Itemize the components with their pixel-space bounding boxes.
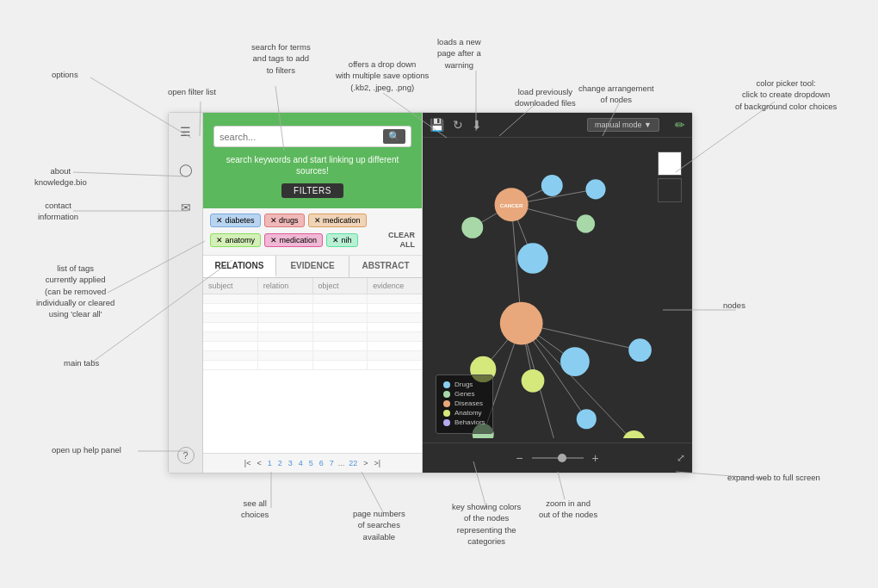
svg-line-29 <box>362 472 383 512</box>
ann-main-tabs: main tabs <box>64 357 99 368</box>
tag-drugs[interactable]: ✕ drugs <box>264 214 305 227</box>
tag-diabetes[interactable]: ✕ diabetes <box>210 214 261 227</box>
table-row <box>203 313 422 323</box>
node-12[interactable] <box>622 430 646 438</box>
pagination: |< < 1 2 3 4 5 6 7 ... 22 > >| <box>203 453 422 473</box>
ann-color-picker: color picker tool:click to create dropdo… <box>735 77 837 112</box>
node-4[interactable] <box>517 243 548 274</box>
table-row <box>203 342 422 351</box>
tag-anatomy[interactable]: ✕ anatomy <box>210 233 261 247</box>
table-row <box>203 323 422 332</box>
table-row <box>203 351 422 361</box>
legend-item-behaviors: Behaviors <box>443 418 485 426</box>
save-icon[interactable]: 💾 <box>430 118 444 132</box>
tab-relations[interactable]: RELATIONS <box>203 256 276 277</box>
page-first[interactable]: |< <box>243 458 253 468</box>
col-object: object <box>313 278 368 294</box>
ann-search-for: search for termsand tags to addto filter… <box>251 41 311 76</box>
node-11[interactable] <box>577 409 597 429</box>
zoom-handle[interactable] <box>558 454 566 462</box>
col-evidence: evidence <box>368 278 422 294</box>
search-input[interactable] <box>220 132 383 142</box>
page-6[interactable]: 6 <box>318 458 325 468</box>
table-row <box>203 361 422 370</box>
app-container: ☰ ◯ ✉ ? 🔍 search keywords and start link… <box>168 112 693 473</box>
right-panel: 💾 ↻ ⬇ manual mode ▼ ✏ <box>423 113 692 473</box>
ann-contact: contactinformation <box>38 200 78 223</box>
ann-help-panel: open up help panel <box>52 444 121 455</box>
page-ellipsis: ... <box>338 459 345 467</box>
graph-toolbar: 💾 ↻ ⬇ manual mode ▼ ✏ <box>423 113 692 138</box>
node-5[interactable] <box>461 217 483 238</box>
table-row <box>203 304 422 313</box>
search-hint: search keywords and start linking up dif… <box>213 154 411 176</box>
tag-medication1[interactable]: ✕ medication <box>308 214 367 227</box>
page-22[interactable]: 22 <box>347 458 359 468</box>
tab-abstract[interactable]: ABSTRACT <box>349 256 422 277</box>
col-subject: subject <box>203 278 258 294</box>
page-3[interactable]: 3 <box>287 458 294 468</box>
node-8[interactable] <box>522 369 545 393</box>
node-2[interactable] <box>585 179 605 199</box>
sidebar: ☰ ◯ ✉ ? <box>169 113 203 473</box>
search-button[interactable]: 🔍 <box>383 129 405 144</box>
zoom-slider[interactable] <box>532 457 584 459</box>
node-3[interactable] <box>577 214 595 232</box>
download-icon[interactable]: ⬇ <box>472 118 482 132</box>
ann-see-all: see allchoices <box>241 498 269 521</box>
tag-medication2[interactable]: ✕ medication <box>264 233 323 247</box>
expand-button[interactable]: ⤢ <box>677 452 685 464</box>
page-1[interactable]: 1 <box>266 458 274 468</box>
table-area: subject relation object evidence <box>203 278 422 453</box>
search-area: 🔍 search keywords and start linking up d… <box>203 113 422 208</box>
clear-all-button[interactable]: CLEARALL <box>388 231 415 250</box>
left-panel: 🔍 search keywords and start linking up d… <box>203 113 423 473</box>
col-relation: relation <box>258 278 313 294</box>
filters-button[interactable]: FILTERS <box>281 183 343 198</box>
search-row: 🔍 <box>213 126 411 147</box>
manual-mode-button[interactable]: manual mode ▼ <box>587 118 659 132</box>
ann-open-filter: open filter list <box>168 86 216 97</box>
mail-icon[interactable]: ✉ <box>176 197 196 218</box>
page-5[interactable]: 5 <box>307 458 315 468</box>
ann-change-arrangement: change arrangementof nodes <box>578 83 654 106</box>
table-row <box>203 294 422 304</box>
legend-item-drugs: Drugs <box>443 381 485 388</box>
svg-text:CANCER: CANCER <box>500 202 523 208</box>
page-4[interactable]: 4 <box>297 458 305 468</box>
ann-save-options: offers a drop downwith multiple save opt… <box>336 59 429 93</box>
help-icon[interactable]: ? <box>177 447 195 464</box>
page-prev[interactable]: < <box>255 458 263 468</box>
node-9[interactable] <box>560 347 590 376</box>
legend: Drugs Genes Diseases Anatomy Behaviors <box>436 374 493 434</box>
ann-nodes: nodes <box>723 300 745 311</box>
page-2[interactable]: 2 <box>276 458 284 468</box>
page-next[interactable]: > <box>362 458 369 468</box>
page-last[interactable]: >| <box>373 458 383 468</box>
tab-evidence[interactable]: EVIDENCE <box>276 256 349 277</box>
ann-load-downloaded: load previouslydownloaded files <box>515 86 576 109</box>
node-1[interactable] <box>541 175 563 196</box>
tags-area: ✕ diabetes ✕ drugs ✕ medication ✕ anatom… <box>203 208 422 256</box>
table-header: subject relation object evidence <box>203 278 422 294</box>
page-7[interactable]: 7 <box>328 458 336 468</box>
node-10[interactable] <box>628 338 652 362</box>
pencil-icon[interactable]: ✏ <box>675 118 685 132</box>
ann-key-showing: key showing colorsof the nodesrepresenti… <box>452 501 521 547</box>
ann-page-numbers: page numbersof searchesavailable <box>353 508 405 542</box>
ann-list-of-tags: list of tagscurrently applied(can be rem… <box>36 263 114 319</box>
zoom-in-button[interactable]: + <box>592 451 599 465</box>
legend-item-diseases: Diseases <box>443 399 485 407</box>
tabs-row: RELATIONS EVIDENCE ABSTRACT <box>203 256 422 278</box>
legend-item-genes: Genes <box>443 390 485 398</box>
graph-bottom-bar: − + ⤢ <box>423 443 692 473</box>
ann-options: options <box>52 69 78 80</box>
tag-nih[interactable]: ✕ nih <box>326 233 358 247</box>
hamburger-icon[interactable]: ☰ <box>176 121 196 142</box>
zoom-out-button[interactable]: − <box>516 451 522 465</box>
table-row <box>203 332 422 342</box>
user-icon[interactable]: ◯ <box>176 159 196 180</box>
refresh-icon[interactable]: ↻ <box>453 118 463 132</box>
ann-expand: expand web to full screen <box>727 472 820 483</box>
node-center[interactable] <box>500 302 543 345</box>
